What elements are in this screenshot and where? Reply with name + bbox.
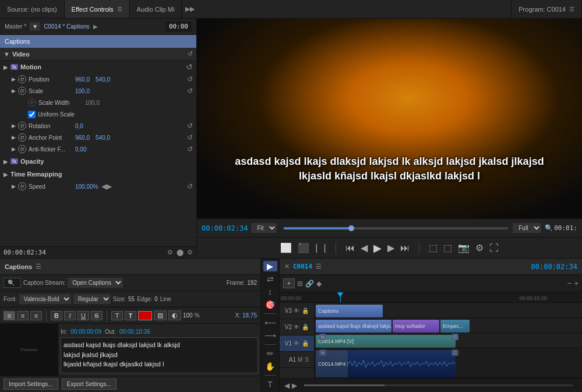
anchor-toggle[interactable]: ▶ bbox=[12, 135, 16, 140]
anti-flicker-stopwatch-icon[interactable]: ⏱ bbox=[18, 145, 26, 153]
seq-footer-prev[interactable]: ◀ bbox=[284, 382, 290, 390]
seq-footer-next[interactable]: ▶ bbox=[292, 382, 297, 390]
speed-toggle[interactable]: ▶ bbox=[12, 183, 16, 189]
out-time[interactable]: 00:00:10:36 bbox=[119, 329, 150, 335]
v3-eye-button[interactable]: 👁 bbox=[293, 307, 300, 315]
anti-flicker-value[interactable]: 0,00 bbox=[75, 146, 86, 153]
caption1-clip[interactable]: asdasd kajsd lkajs dlaksjd lakjs... bbox=[316, 320, 391, 333]
zoom-slider[interactable]: ⬤ bbox=[177, 249, 184, 256]
filter-icon[interactable]: ⚙ bbox=[167, 249, 173, 256]
in-time[interactable]: 00:00:00:09 bbox=[70, 329, 101, 335]
position-reset[interactable]: ↺ bbox=[187, 75, 193, 83]
insert-button[interactable]: ⬚ bbox=[426, 241, 440, 255]
position-x[interactable]: 960,0 bbox=[75, 76, 90, 83]
bold-button[interactable]: B bbox=[51, 311, 62, 320]
full-select[interactable]: Full bbox=[513, 223, 541, 233]
add-track-button[interactable]: + bbox=[283, 278, 295, 288]
v3-lock-button[interactable]: 🔒 bbox=[301, 307, 309, 315]
position-stopwatch-icon[interactable]: ⏱ bbox=[18, 75, 26, 83]
snap-button[interactable]: ⊞ bbox=[297, 280, 303, 288]
anchor-x[interactable]: 960,0 bbox=[75, 135, 90, 141]
a1-solo-button[interactable]: S bbox=[304, 356, 309, 363]
position-toggle[interactable]: ▶ bbox=[12, 76, 16, 82]
in-point-button[interactable]: ⬜ bbox=[278, 241, 294, 255]
speed-stopwatch-icon[interactable]: ⏱ bbox=[18, 182, 26, 190]
motion-toggle[interactable]: ▶ bbox=[3, 64, 8, 70]
rotation-stopwatch-icon[interactable]: ⏱ bbox=[18, 122, 26, 130]
monitor-timecode[interactable]: 00:00:02:34 bbox=[202, 224, 248, 232]
fullscreen-button[interactable]: ⛶ bbox=[487, 241, 501, 255]
scale-toggle[interactable]: ▶ bbox=[12, 88, 16, 94]
speed-prev[interactable]: ◀ bbox=[101, 182, 107, 190]
fit-select[interactable]: Fit bbox=[251, 223, 277, 233]
v2-eye-button[interactable]: 👁 bbox=[293, 323, 300, 331]
anchor-stopwatch-icon[interactable]: ⏱ bbox=[18, 133, 26, 142]
scale-width-value[interactable]: 100,0 bbox=[85, 100, 100, 106]
rotation-reset[interactable]: ↺ bbox=[187, 122, 193, 130]
underline-button[interactable]: U bbox=[77, 311, 89, 320]
video-reset-icon[interactable]: ↺ bbox=[188, 50, 193, 58]
go-to-out-button[interactable]: ⏭ bbox=[398, 241, 412, 256]
uniform-scale-checkbox[interactable] bbox=[28, 111, 36, 118]
text-style-button[interactable]: T bbox=[111, 311, 123, 320]
timeline-playhead[interactable] bbox=[348, 225, 354, 231]
anchor-reset[interactable]: ↺ bbox=[187, 133, 193, 142]
sequence-close-icon[interactable]: ✕ bbox=[284, 263, 290, 270]
add-cue-button[interactable]: | bbox=[322, 241, 329, 255]
go-to-in-button[interactable]: ⏮ bbox=[343, 241, 357, 256]
strikethrough-button[interactable]: S bbox=[91, 311, 103, 320]
video-toggle[interactable]: ▼ bbox=[3, 51, 10, 58]
position-y[interactable]: 540,0 bbox=[96, 76, 110, 83]
align-right-button[interactable]: ≡ bbox=[30, 311, 42, 320]
scale-value[interactable]: 100,0 bbox=[75, 88, 90, 94]
size-value[interactable]: 55 bbox=[128, 296, 135, 302]
scale-reset[interactable]: ↺ bbox=[187, 87, 193, 95]
align-center-button[interactable]: ≡ bbox=[17, 311, 29, 320]
hand-tool[interactable]: ✋ bbox=[263, 361, 277, 372]
tab-effect-controls[interactable]: Effect Controls ☰ bbox=[65, 0, 130, 18]
position-x-value[interactable]: 18,75 bbox=[242, 312, 257, 319]
pen-tool[interactable]: ✏ bbox=[263, 348, 277, 359]
caption3-clip[interactable]: Empec... bbox=[440, 320, 470, 333]
zoom-out-seq-button[interactable]: − bbox=[567, 279, 572, 288]
speed-next[interactable]: ▶ bbox=[107, 182, 112, 190]
slide-tool[interactable]: ⟶ bbox=[263, 330, 277, 341]
sequence-menu-icon[interactable]: ☰ bbox=[316, 263, 322, 270]
v1-eye-button[interactable]: 👁 bbox=[293, 340, 300, 347]
tab-audio-clip[interactable]: Audio Clip Mi bbox=[130, 0, 182, 18]
play-button[interactable]: ▶ bbox=[371, 241, 384, 256]
slip-tool[interactable]: ⟵ bbox=[263, 317, 277, 328]
opacity-toggle[interactable]: ▶ bbox=[3, 158, 8, 165]
font-color-button[interactable]: T bbox=[125, 311, 136, 320]
export-frame-button[interactable]: 📷 bbox=[456, 241, 472, 255]
anchor-y[interactable]: 540,0 bbox=[96, 135, 110, 141]
anti-flicker-toggle[interactable]: ▶ bbox=[12, 146, 16, 152]
a1-mute-button[interactable]: M bbox=[297, 356, 303, 363]
anti-flicker-reset[interactable]: ↺ bbox=[187, 145, 193, 153]
tab-program[interactable]: Program: C0014 ☰ bbox=[511, 0, 582, 18]
effect-controls-scroll[interactable]: ▼ Video ↺ ▶ fx Motion ↺ ▶ ⏱ Position bbox=[0, 48, 196, 246]
motion-header[interactable]: ▶ fx Motion ↺ bbox=[0, 61, 196, 73]
speed-reset[interactable]: ↺ bbox=[187, 182, 193, 190]
tab-source[interactable]: Source: (no clips) bbox=[0, 0, 65, 18]
rotation-toggle[interactable]: ▶ bbox=[12, 123, 16, 129]
font-select[interactable]: Valencia-Bold bbox=[19, 294, 71, 304]
zoom-out-tool[interactable]: 🎯 bbox=[263, 299, 277, 310]
video-clip[interactable]: C0014.MP4 [V] bbox=[316, 335, 456, 348]
zoom-icon[interactable]: 🔍 bbox=[545, 224, 553, 232]
sequence-scrollbar[interactable] bbox=[304, 384, 573, 386]
color-swatch[interactable] bbox=[138, 311, 152, 320]
add-marker-seq-button[interactable]: ◆ bbox=[316, 280, 322, 288]
text-tool[interactable]: T bbox=[263, 379, 277, 390]
opacity-header[interactable]: ▶ fx Opacity bbox=[0, 155, 196, 168]
step-forward-button[interactable]: ▶ bbox=[385, 241, 397, 256]
linked-select-button[interactable]: 🔗 bbox=[305, 280, 314, 288]
add-marker-button[interactable]: | bbox=[313, 241, 320, 255]
caption-search-input[interactable] bbox=[3, 278, 21, 288]
align-left-button[interactable]: ≡ bbox=[3, 311, 15, 320]
export-settings-button[interactable]: Export Settings... bbox=[62, 379, 117, 390]
style-select[interactable]: Regular bbox=[73, 294, 111, 304]
timeline-scrubber[interactable] bbox=[284, 227, 508, 229]
import-settings-button[interactable]: Import Settings... bbox=[3, 379, 58, 390]
v2-lock-button[interactable]: 🔒 bbox=[301, 323, 309, 331]
